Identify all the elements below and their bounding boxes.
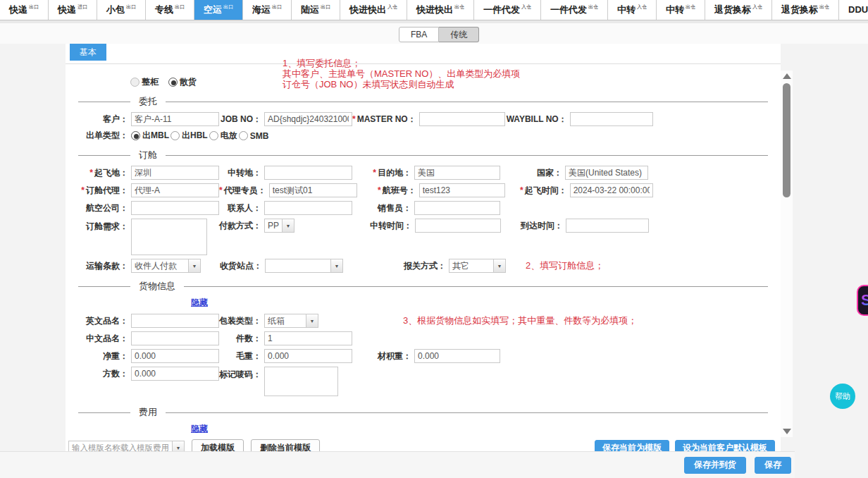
tab-dropshipping-outbound[interactable]: 一件代发出仓	[541, 0, 608, 20]
radio-telex[interactable]	[209, 131, 218, 140]
booking-row-1: *起飞地： 中转地： *目的地： 国家：	[78, 166, 781, 180]
destination-input[interactable]	[414, 166, 500, 180]
airline-input[interactable]	[131, 201, 219, 215]
radio-bulk-cargo[interactable]	[168, 78, 178, 87]
net-weight-input[interactable]	[131, 349, 219, 363]
section-cargo: 货物信息	[78, 280, 781, 293]
tab-return-relabel-outbound[interactable]: 退货换标出仓	[772, 0, 839, 20]
instruction-note-1: 1、填写委托信息； 其中客户、主提单号（MASTER NO）、出单类型为必填项 …	[283, 58, 520, 90]
waybill-no-input[interactable]	[570, 112, 653, 126]
country-input[interactable]	[565, 166, 648, 180]
floating-app-icon[interactable]: S	[857, 285, 868, 316]
required-asterisk: *	[352, 114, 356, 124]
fees-hide-row: 隐藏	[78, 423, 781, 436]
booking-form: 整柜 散货 委托 客户： JOB NO： *M	[66, 64, 781, 451]
vertical-scrollbar[interactable]	[781, 71, 793, 437]
required-asterisk: *	[219, 185, 223, 195]
tab-small-packet[interactable]: 小包出口	[97, 0, 146, 20]
chevron-down-icon[interactable]: ▼	[188, 259, 200, 272]
booking-row-4: 订舱需求： 付款方式： PP ▼ 中转时间： 到达时间：	[78, 219, 781, 255]
cn-name-input[interactable]	[131, 331, 219, 345]
field-transit-time: 中转时间：	[353, 219, 501, 233]
radio-full-container[interactable]	[130, 78, 140, 87]
tab-fast-in-out-outbound[interactable]: 快进快出出仓	[407, 0, 474, 20]
mode-traditional-button[interactable]: 传统	[439, 27, 479, 42]
field-customer: 客户：	[78, 112, 219, 126]
transport-terms-select[interactable]: 收件人付款 ▼	[131, 259, 201, 273]
agent-specialist-input[interactable]	[269, 183, 357, 197]
radio-hbl[interactable]	[170, 131, 180, 140]
salesman-input[interactable]	[414, 201, 500, 215]
chevron-down-icon[interactable]: ▼	[493, 259, 505, 272]
booking-demand-textarea[interactable]	[131, 219, 207, 255]
save-and-arrive-button[interactable]: 保存并到货	[684, 457, 746, 474]
load-template-button[interactable]: 加载模版	[192, 439, 244, 451]
fee-template-select[interactable]: 输入模版名称载入模版费用 ▼	[68, 441, 185, 451]
booking-row-2: *订舱代理： *代理专员： *航班号： *起飞时间：	[78, 183, 781, 197]
volume-weight-input[interactable]	[414, 349, 500, 363]
note1-line3: 订仓号（JOB NO）未填写状态则自动生成	[283, 79, 520, 90]
tab-express-export[interactable]: 快递出口	[0, 0, 49, 20]
scrollbar-thumb[interactable]	[783, 83, 790, 197]
departure-input[interactable]	[131, 166, 219, 180]
radio-hbl-label: 出HBL	[182, 130, 208, 142]
radio-smb[interactable]	[239, 131, 248, 140]
pieces-input[interactable]	[264, 331, 352, 345]
tab-fast-in-out-inbound[interactable]: 快进快出入仓	[340, 0, 407, 20]
customs-method-select[interactable]: 其它 ▼	[449, 259, 506, 273]
field-package-type: 包装类型： 纸箱 ▼	[219, 314, 318, 328]
tab-sea-freight[interactable]: 海运出口	[243, 0, 292, 20]
tab-dedicated-line[interactable]: 专线出口	[146, 0, 194, 20]
tab-express-import[interactable]: 快递进口	[49, 0, 97, 20]
section-fees: 费用	[78, 406, 781, 419]
arrival-time-input[interactable]	[566, 219, 649, 233]
delete-template-button[interactable]: 删除当前模版	[251, 439, 320, 451]
tab-dropshipping-inbound[interactable]: 一件代发入仓	[474, 0, 541, 20]
help-button[interactable]: 帮助	[830, 384, 855, 409]
set-default-template-button[interactable]: 设为当前客户默认模板	[675, 440, 775, 451]
cargo-row-2: 中文品名： 件数：	[78, 331, 781, 345]
cbm-input[interactable]	[131, 367, 219, 381]
transit-time-input[interactable]	[415, 219, 501, 233]
booking-row-3: 航空公司： 联系人： 销售员：	[78, 201, 781, 215]
tab-return-relabel-inbound[interactable]: 退货换标入仓	[705, 0, 772, 20]
receive-station-select[interactable]: ▼	[265, 259, 343, 273]
chevron-down-icon[interactable]: ▼	[330, 259, 342, 272]
master-no-input[interactable]	[419, 112, 505, 126]
package-type-select[interactable]: 纸箱 ▼	[264, 314, 318, 328]
field-net-weight: 净重：	[78, 349, 219, 363]
radio-full-container-label: 整柜	[142, 76, 159, 88]
tab-ddu-ddp[interactable]: DDU/DDP出口	[839, 0, 868, 20]
scroll-down-icon[interactable]	[783, 429, 791, 434]
payment-method-select[interactable]: PP ▼	[264, 219, 294, 233]
save-button[interactable]: 保存	[755, 457, 791, 474]
cargo-hide-link[interactable]: 隐藏	[191, 297, 208, 309]
instruction-note-2: 2、填写订舱信息；	[526, 259, 604, 272]
chevron-down-icon[interactable]: ▼	[306, 314, 318, 327]
chevron-down-icon[interactable]: ▼	[172, 441, 184, 451]
tab-land-freight[interactable]: 陆运出口	[292, 0, 340, 20]
tab-transit-inbound[interactable]: 中转入仓	[608, 0, 657, 20]
field-salesman: 销售员：	[352, 201, 500, 215]
scroll-up-icon[interactable]	[783, 73, 791, 79]
customer-input[interactable]	[131, 112, 219, 126]
tab-air-freight[interactable]: 空运出口	[194, 0, 243, 20]
mode-fba-button[interactable]: FBA	[399, 27, 439, 42]
tab-transit-outbound[interactable]: 中转出仓	[657, 0, 705, 20]
tab-basic[interactable]: 基本	[70, 44, 106, 61]
radio-mbl[interactable]	[131, 131, 140, 140]
en-name-input[interactable]	[131, 314, 219, 328]
contact-input[interactable]	[264, 201, 352, 215]
flight-no-input[interactable]	[419, 183, 505, 197]
agent-input[interactable]	[131, 183, 219, 197]
chevron-down-icon[interactable]: ▼	[282, 219, 294, 232]
save-as-template-button[interactable]: 保存当前为模版	[595, 440, 669, 451]
transit-input[interactable]	[264, 166, 352, 180]
gross-weight-input[interactable]	[264, 349, 352, 363]
marks-textarea[interactable]	[264, 367, 338, 396]
departure-time-input[interactable]	[570, 183, 653, 197]
fees-hide-link[interactable]: 隐藏	[191, 423, 208, 435]
field-agent-specialist: *代理专员：	[219, 183, 357, 197]
job-no-input[interactable]	[264, 112, 352, 126]
field-flight-no: *航班号：	[357, 183, 505, 197]
